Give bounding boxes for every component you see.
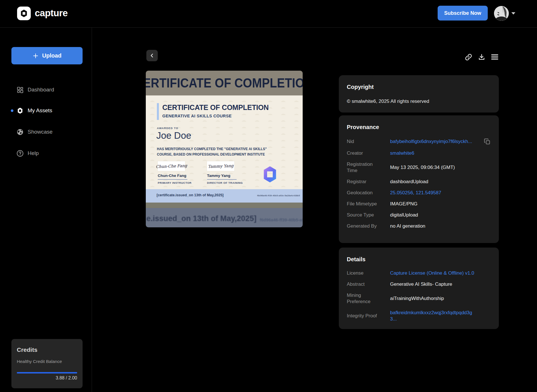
sidebar-item-my-assets[interactable]: My Assets [0,105,92,116]
link-icon[interactable] [464,53,473,61]
details-title: Details [347,256,491,263]
details-rows: License Capture License (Online & Offlin… [347,270,491,322]
details-row-integrity-proof: Integrity Proof bafkreidmkumlkxxz2wqj3rx… [347,310,491,322]
upload-button[interactable]: Upload [11,47,83,64]
sidebar-item-label: Help [28,150,39,156]
certificate-blur-bottom-band: e.issued_on 13th of May,2025] f6d96a46-f… [146,208,303,227]
certificate-subtitle: GENERATIVE AI SKILLS COURSE [162,114,232,118]
license-link[interactable]: Capture License (Online & Offline) v1.0 [390,270,484,276]
signature-box: Tammy Yang [207,161,234,171]
row-label: Geolocation [347,190,380,196]
certificate-blur-top-band: ERTIFICATE OF COMPLETION [146,71,303,95]
certificate-blur-strip [146,203,303,208]
certificate-body: CERTIFICATE OF COMPLETION GENERATIVE AI … [146,95,303,189]
row-label: License [347,270,380,276]
provenance-row-generated-by: Generated By no AI generation [347,223,491,229]
signer-block-2: Tammy Yang Tammy Yang DIRECTOR OF TRAINI… [207,161,243,184]
back-button[interactable] [146,50,158,61]
abstract-value: Generative AI Skills- Capture [390,281,484,287]
brand-wordmark: capture [35,8,68,19]
certificate-body-line2: COURSE, BASED ON PROFESSIONAL DEVELOPMEN… [157,152,267,157]
sidebar-item-label: Dashboard [28,87,54,93]
signature-box: Chun-Che Fang [158,161,185,171]
credits-status: Healthy Credit Balance [17,359,77,364]
signature-script: Tammy Yang [208,163,234,169]
provenance-row-registration-time: Registration Time May 13 2025, 09:06:34 … [347,161,491,174]
upload-button-label: Upload [42,52,62,59]
creator-link[interactable]: smalwhite6 [390,150,484,156]
assets-icon [16,107,24,114]
sidebar: Upload Dashboard My Assets [0,28,92,392]
credits-card: Credits Healthy Credit Balance 3.88 / 2.… [11,339,83,388]
user-avatar[interactable] [494,6,509,21]
registration-time-value: May 13 2025, 09:06:34 (GMT) [390,164,484,171]
provenance-row-file-mimetype: File Mimetype IMAGE/PNG [347,201,491,207]
provenance-row-creator: Creator smalwhite6 [347,150,491,156]
active-indicator-dot [11,109,13,112]
copyright-title: Copyright [347,84,491,90]
nid-link[interactable]: bafybeiholfigtx6dnxynyimjo7f6lsyckh... [390,138,475,145]
integrity-proof-link[interactable]: bafkreidmkumlkxxz2wqj3rxfqdtpqdd3g3... [390,310,475,322]
menu-icon[interactable] [491,53,499,61]
asset-actions-toolbar [458,52,499,62]
signature-script: Chun-Che Fang [156,163,187,169]
certificate-body-line1: HAS MERITORIOUSLY COMPLETED THE "GENERAT… [157,146,267,152]
row-label: Abstract [347,281,380,287]
row-label: Integrity Proof [347,313,380,319]
chevron-down-icon[interactable] [511,12,515,15]
geolocation-link[interactable]: 25.050256, 121.549587 [390,190,484,196]
certificate-title: CERTIFICATE OF COMPLETION [162,103,269,112]
dashboard-icon [16,86,24,93]
sidebar-item-help[interactable]: Help [0,148,92,159]
details-row-abstract: Abstract Generative AI Skills- Capture [347,281,491,287]
file-mimetype-value: IMAGE/PNG [390,201,484,207]
mining-preference-value: aiTrainingWithAuthorship [390,295,484,302]
row-label: Generated By [347,223,380,229]
certificate-issued-on: [certificate.issued_on 13th of May,2025] [157,193,224,197]
sidebar-item-dashboard[interactable]: Dashboard [0,84,92,95]
signer-role: PRIMARY INSTRUCTOR [158,181,192,184]
provenance-card: Provenance Nid bafybeiholfigtx6dnxynyimj… [339,115,499,243]
signer-name: Tammy Yang [207,173,237,180]
details-row-license: License Capture License (Online & Offlin… [347,270,491,276]
credits-progress-bar [17,372,77,373]
certificate-body-text: HAS MERITORIOUSLY COMPLETED THE "GENERAT… [157,146,267,157]
chevron-left-icon [149,53,155,58]
capture-gradient-logo-icon [261,164,279,185]
sidebar-item-label: Showcase [28,129,53,135]
sidebar-item-label: My Assets [28,107,52,114]
capture-mark-icon [19,9,28,18]
certificate-blur-top-text: ERTIFICATE OF COMPLETION [146,71,303,95]
provenance-row-registrar: Registrar dashboardUpload [347,179,491,185]
row-label: File Mimetype [347,201,380,207]
copy-icon[interactable] [483,138,491,145]
row-label: Registrar [347,179,380,185]
top-header: capture Subscribe Now [0,0,537,28]
provenance-title: Provenance [347,124,491,130]
credits-balance: 3.88 / 2.00 [17,375,77,381]
provenance-row-geolocation: Geolocation 25.050256, 121.549587 [347,190,491,196]
sidebar-item-showcase[interactable]: Showcase [0,126,92,138]
provenance-row-nid: Nid bafybeiholfigtx6dnxynyimjo7f6lsyckh.… [347,138,491,145]
certificate-awarded-label: AWARDED TO [157,126,178,130]
plus-icon [32,53,39,59]
credits-title: Credits [17,346,77,353]
provenance-row-source-type: Source Type digitalUpload [347,212,491,218]
help-icon [16,150,24,157]
subscribe-now-button[interactable]: Subscribe Now [438,6,488,21]
certificate-footer-band: [certificate.issued_on 13th of May,2025]… [146,189,303,203]
provenance-rows: Nid bafybeiholfigtx6dnxynyimjo7f6lsyckh.… [347,138,491,229]
certificate-blur-uuid-text: f6d96a46-ff39-40b5-a9 [260,217,303,222]
row-label: Creator [347,150,380,156]
row-label: Nid [347,138,380,145]
signer-name: Chun-Che Fang [158,173,187,180]
row-label: Source Type [347,212,380,218]
signer-block-1: Chun-Che Fang Chun-Che Fang PRIMARY INST… [158,161,192,184]
download-icon[interactable] [477,53,486,61]
asset-image-viewer: ERTIFICATE OF COMPLETION CERTIFICATE OF … [146,71,303,227]
capture-logo-icon[interactable] [17,7,31,20]
certificate-accent-bar [157,103,159,120]
generated-by-value: no AI generation [390,223,484,229]
details-row-mining-preference: Mining Preference aiTrainingWithAuthorsh… [347,292,491,305]
copyright-text: © smalwhite6, 2025 All rights reserved [347,99,491,104]
